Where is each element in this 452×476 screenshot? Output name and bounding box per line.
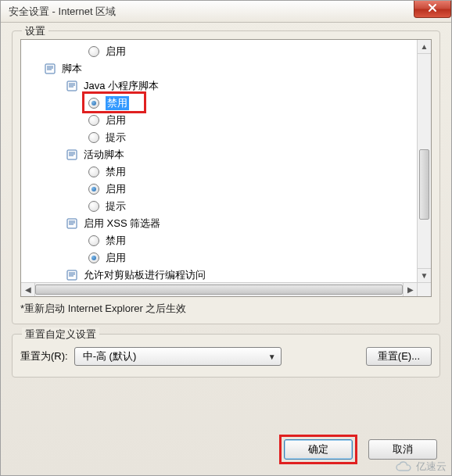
script-icon (66, 149, 79, 161)
vertical-scrollbar[interactable]: ▲ ▼ (417, 40, 431, 282)
close-button[interactable] (414, 1, 451, 18)
tree-group-xss[interactable]: 启用 XSS 筛选器 (23, 215, 415, 232)
radio-active-prompt[interactable]: 提示 (23, 198, 415, 215)
reset-level-combo[interactable]: 中-高 (默认) ▼ (74, 347, 282, 366)
scroll-corner (417, 282, 431, 296)
radio-icon (88, 201, 99, 212)
tree-group-clipboard[interactable]: 允许对剪贴板进行编程访问 (23, 267, 415, 282)
restart-note: *重新启动 Internet Explorer 之后生效 (20, 302, 432, 316)
script-icon (45, 63, 57, 75)
radio-java-disable[interactable]: 禁用 (23, 95, 415, 112)
group-label: 允许对剪贴板进行编程访问 (84, 268, 206, 282)
tree-viewport[interactable]: 启用 脚本 Java 小程序脚本 (21, 40, 417, 282)
script-icon (66, 269, 79, 281)
cancel-button[interactable]: 取消 (368, 439, 437, 460)
group-label: 脚本 (62, 62, 82, 76)
option-label: 禁用 (106, 234, 126, 248)
reset-fieldset: 重置自定义设置 重置为(R): 中-高 (默认) ▼ 重置(E)... (12, 334, 440, 378)
group-label: 启用 XSS 筛选器 (84, 217, 160, 231)
radio-icon (88, 132, 99, 143)
settings-fieldset: 设置 启用 脚本 (12, 30, 440, 324)
radio-icon (88, 115, 99, 126)
combo-value: 中-高 (默认) (83, 349, 137, 363)
radio-xss-enable[interactable]: 启用 (23, 249, 415, 267)
radio-icon (88, 235, 99, 246)
option-label: 提示 (106, 199, 126, 213)
script-icon (66, 217, 79, 230)
option-label: 启用 (106, 45, 126, 59)
radio-xss-disable[interactable]: 禁用 (23, 232, 415, 249)
scroll-left-icon[interactable]: ◀ (21, 283, 35, 296)
option-label: 启用 (106, 182, 126, 196)
tree-group-scripts[interactable]: 脚本 (23, 60, 415, 77)
dialog-window: 安全设置 - Internet 区域 设置 启用 (0, 0, 452, 476)
svg-rect-3 (67, 219, 77, 228)
dialog-button-row: 确定 取消 (279, 435, 437, 464)
svg-rect-4 (67, 270, 77, 280)
highlight-ok: 确定 (279, 435, 357, 464)
settings-tree: 启用 脚本 Java 小程序脚本 (20, 39, 432, 297)
svg-rect-2 (67, 150, 77, 159)
scroll-down-icon[interactable]: ▼ (418, 268, 431, 282)
scroll-right-icon[interactable]: ▶ (403, 283, 417, 296)
ok-label: 确定 (308, 442, 328, 456)
svg-rect-0 (45, 64, 55, 73)
horizontal-scrollbar[interactable]: ◀ ▶ (21, 282, 417, 296)
radio-icon (88, 252, 99, 263)
radio-active-disable[interactable]: 禁用 (23, 163, 415, 181)
ok-button[interactable]: 确定 (284, 439, 353, 460)
radio-icon (88, 166, 99, 177)
tree-group-java-applet[interactable]: Java 小程序脚本 (23, 77, 415, 95)
dialog-content: 设置 启用 脚本 (1, 23, 451, 398)
settings-legend: 设置 (22, 24, 48, 38)
group-label: 活动脚本 (84, 148, 124, 162)
reset-label: 重置为(R): (20, 349, 68, 363)
close-icon (428, 3, 437, 15)
svg-rect-1 (67, 81, 77, 91)
option-label: 提示 (106, 131, 126, 145)
scroll-thumb[interactable] (419, 149, 429, 220)
titlebar: 安全设置 - Internet 区域 (1, 1, 451, 23)
radio-icon (88, 46, 99, 57)
chevron-down-icon: ▼ (268, 353, 276, 361)
reset-button[interactable]: 重置(E)... (366, 347, 432, 366)
option-label: 禁用 (106, 96, 129, 110)
radio-java-prompt[interactable]: 提示 (23, 129, 415, 146)
radio-java-enable[interactable]: 启用 (23, 112, 415, 129)
scroll-up-icon[interactable]: ▲ (418, 40, 431, 54)
group-label: Java 小程序脚本 (84, 79, 159, 93)
scroll-thumb[interactable] (35, 285, 403, 295)
radio-icon (88, 98, 99, 109)
radio-active-enable[interactable]: 启用 (23, 181, 415, 198)
radio-icon (88, 184, 99, 195)
reset-legend: 重置自定义设置 (22, 327, 99, 342)
script-icon (66, 80, 79, 92)
option-label: 启用 (106, 251, 126, 265)
dialog-title: 安全设置 - Internet 区域 (9, 5, 116, 19)
radio-option[interactable]: 启用 (23, 43, 415, 60)
option-label: 禁用 (106, 165, 126, 179)
option-label: 启用 (106, 113, 126, 127)
tree-group-active-scripting[interactable]: 活动脚本 (23, 146, 415, 163)
